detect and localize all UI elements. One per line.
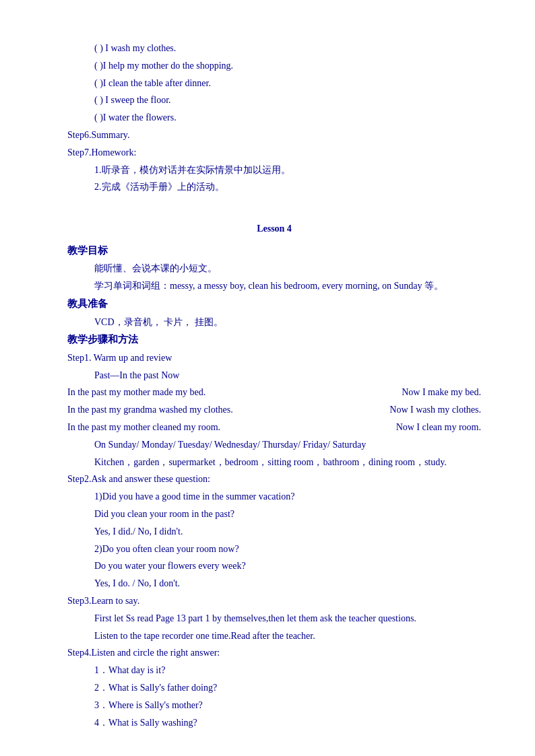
step4-item-2: 2．What is Sally's father doing? bbox=[67, 680, 481, 696]
step7-item1: 1.听录音，模仿对话并在实际情景中加以运用。 bbox=[67, 162, 481, 178]
checklist-item-5: ( )I water the flowers. bbox=[67, 110, 481, 126]
jiaoju-zhunbei-content: VCD，录音机， 卡片， 挂图。 bbox=[67, 314, 481, 331]
step1-line2: In the past my grandma washed my clothes… bbox=[67, 402, 481, 418]
step2-q1b: Yes, I did./ No, I didn't. bbox=[67, 524, 481, 540]
step1-line2-now: Now I wash my clothes. bbox=[389, 402, 481, 418]
lesson-title: Lesson 4 bbox=[67, 221, 481, 237]
jiaoxue-mubiao-line1: 能听懂、会说本课的小短文。 bbox=[67, 261, 481, 277]
step2-q1: 1)Did you have a good time in the summer… bbox=[67, 489, 481, 505]
step1-line1: In the past my mother made my bed. Now I… bbox=[67, 384, 481, 401]
checklist-item-4: ( ) I sweep the floor. bbox=[67, 92, 481, 108]
step4-item-3: 3．Where is Sally's mother? bbox=[67, 697, 481, 714]
step7-item2: 2.完成《活动手册》上的活动。 bbox=[67, 179, 481, 195]
step1-line3-past: In the past my mother cleaned my room. bbox=[67, 419, 220, 436]
step1-line3-now: Now I clean my room. bbox=[396, 419, 481, 436]
step1-line1-past: In the past my mother made my bed. bbox=[67, 384, 206, 401]
step1-label: Step1. Warm up and review bbox=[67, 350, 481, 366]
step2-q2: 2)Do you often clean your room now? bbox=[67, 541, 481, 557]
step2-q2b: Yes, I do. / No, I don't. bbox=[67, 576, 481, 592]
step4-label: Step4.Listen and circle the right answer… bbox=[67, 645, 481, 661]
step2-q2a: Do you water your flowers every week? bbox=[67, 558, 481, 574]
step3-label: Step3.Learn to say. bbox=[67, 593, 481, 609]
step1-line2-past: In the past my grandma washed my clothes… bbox=[67, 402, 233, 418]
step1-days: On Sunday/ Monday/ Tuesday/ Wednesday/ T… bbox=[67, 437, 481, 453]
step4-item-1: 1．What day is it? bbox=[67, 662, 481, 679]
jiaoju-zhunbei-title: 教具准备 bbox=[67, 296, 481, 313]
step3-line2: Listen to the tape recorder one time.Rea… bbox=[67, 628, 481, 644]
checklist-item-3: ( )I clean the table after dinner. bbox=[67, 75, 481, 92]
jiaoxue-buzou-title: 教学步骤和方法 bbox=[67, 331, 481, 349]
step6-label: Step6.Summary. bbox=[67, 127, 481, 143]
step1-past-now-header: Past—In the past Now bbox=[67, 368, 481, 384]
step7-label: Step7.Homework: bbox=[67, 145, 481, 161]
step3-line1: First let Ss read Page 13 part 1 by them… bbox=[67, 611, 481, 627]
checklist-item-1: ( ) I wash my clothes. bbox=[67, 40, 481, 57]
step1-places: Kitchen，garden，supermarket，bedroom，sitti… bbox=[67, 454, 481, 471]
step1-line3: In the past my mother cleaned my room. N… bbox=[67, 419, 481, 436]
jiaoxue-mubiao-title: 教学目标 bbox=[67, 242, 481, 260]
checklist-item-2: ( )I help my mother do the shopping. bbox=[67, 58, 481, 74]
step2-q1a: Did you clean your room in the past? bbox=[67, 506, 481, 522]
step1-line1-now: Now I make my bed. bbox=[402, 384, 481, 401]
step4-item-4: 4．What is Sally washing? bbox=[67, 715, 481, 731]
step2-label: Step2.Ask and answer these question: bbox=[67, 471, 481, 487]
checklist: ( ) I wash my clothes. ( )I help my moth… bbox=[67, 40, 481, 126]
jiaoxue-mubiao-line2: 学习单词和词组：messy, a messy boy, clean his be… bbox=[67, 278, 481, 294]
